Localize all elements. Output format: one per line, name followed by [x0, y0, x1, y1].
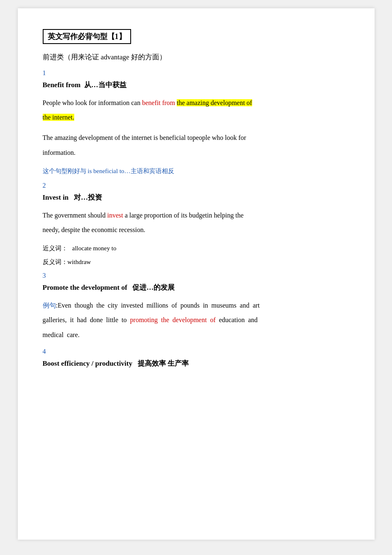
item-4-phrase: Boost efficiency / productivity 提高效率 生产率 [43, 359, 350, 368]
item-3-phrase: Promote the development of 促进…的发展 [43, 283, 350, 292]
item-1: 1 Benefit from 从…当中获益 People who look fo… [43, 69, 350, 177]
item-3-example: 例句:Even though the city invested million… [43, 298, 350, 342]
red-invest: invest [107, 212, 123, 219]
item-1-phrase: Benefit from 从…当中获益 [43, 80, 350, 90]
red-promoting: promoting the development of [130, 316, 216, 323]
item-2-phrase: Invest in 对…投资 [43, 193, 350, 202]
item-1-sentence-1: People who look for information can bene… [43, 95, 350, 125]
item-1-note: 这个句型刚好与 is beneficial to…主语和宾语相反 [43, 166, 350, 177]
item-2-synonym-2: 反义词：withdraw [43, 257, 350, 268]
item-4-number: 4 [43, 348, 350, 355]
item-2-number: 2 [43, 182, 350, 189]
item-4: 4 Boost efficiency / productivity 提高效率 生… [43, 348, 350, 368]
item-2-synonym-1: 近义词： allocate money to [43, 243, 350, 254]
page-title: 英文写作必背句型【1】 [43, 29, 131, 44]
highlight-phrase-1: the amazing development of [177, 99, 252, 106]
item-1-number: 1 [43, 69, 350, 77]
item-2-sentence-1: The government should invest a large pro… [43, 208, 350, 237]
item-3-number: 3 [43, 272, 350, 279]
section-intro: 前进类（用来论证 advantage 好的方面） [43, 52, 350, 62]
item-1-sentence-2: The amazing development of the internet … [43, 130, 350, 159]
item-3: 3 Promote the development of 促进…的发展 例句:E… [43, 272, 350, 342]
item-2: 2 Invest in 对…投资 The government should i… [43, 182, 350, 268]
example-label: 例句 [43, 302, 56, 309]
highlight-phrase-1b: the internet. [43, 114, 74, 121]
red-text-benefit: benefit from [142, 99, 175, 106]
page-container: 英文写作必背句型【1】 前进类（用来论证 advantage 好的方面） 1 B… [18, 8, 375, 540]
